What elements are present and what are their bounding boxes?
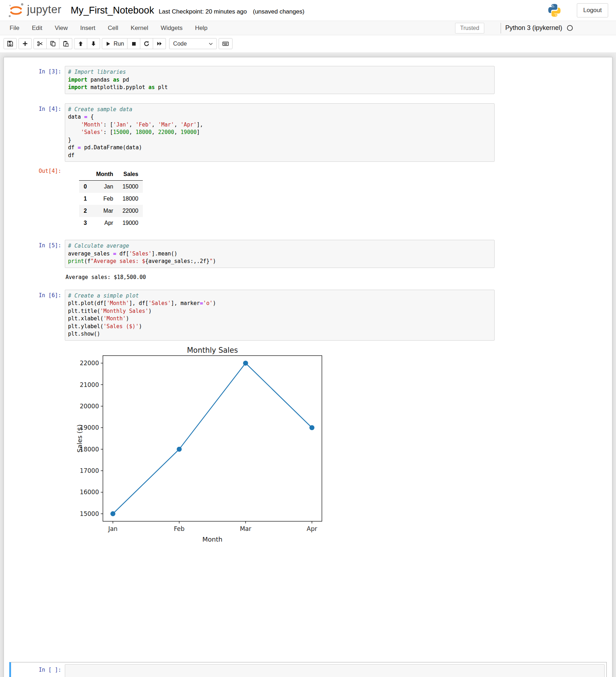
notebook-cell[interactable]: In [4]:# Create sample datadata = { 'Mon…: [9, 101, 497, 233]
jupyter-logo-icon: [8, 2, 24, 19]
df-index-cell: 1: [79, 193, 92, 205]
stop-icon: [131, 41, 137, 47]
run-label: Run: [114, 41, 124, 47]
svg-text:22000: 22000: [80, 360, 99, 367]
df-cell: 19000: [118, 217, 143, 229]
code-input[interactable]: # Create a simple plotplt.plot(df['Month…: [65, 290, 495, 341]
notebook-cell[interactable]: In [ ]:: [9, 662, 607, 677]
kernel-name: Python 3 (ipykernel): [505, 24, 562, 32]
notebook-cell[interactable]: In [5]:# Calculate averageaverage_sales …: [9, 238, 497, 283]
save-icon: [7, 41, 13, 47]
menu-widgets[interactable]: Widgets: [161, 25, 182, 32]
code-line: import pandas as pd: [68, 76, 491, 84]
df-index-cell: 0: [79, 181, 92, 193]
code-line: 'Month': ['Jan', 'Feb', 'Mar', 'Apr'],: [68, 121, 491, 129]
save-button[interactable]: [4, 38, 17, 49]
df-cell: Feb: [92, 193, 118, 205]
command-palette-button[interactable]: [219, 38, 233, 49]
run-button[interactable]: Run: [102, 38, 127, 49]
cell-type-value: Code: [173, 41, 187, 47]
code-input[interactable]: # Import librariesimport pandas as pdimp…: [65, 66, 495, 94]
code-line: plt.plot(df['Month'], df['Sales'], marke…: [68, 300, 491, 308]
cut-cells-button[interactable]: [33, 38, 47, 49]
code-line: [68, 668, 601, 676]
add-cell-button[interactable]: [19, 38, 32, 49]
stdout-text: Average sales: $18,500.00: [65, 272, 495, 280]
df-cell: Mar: [92, 205, 118, 217]
menu-edit[interactable]: Edit: [32, 25, 42, 32]
df-cell: Jan: [92, 181, 118, 193]
cell-type-select[interactable]: Code: [169, 38, 217, 49]
chevron-down-icon: [208, 41, 214, 47]
code-input[interactable]: # Calculate averageaverage_sales = df['S…: [65, 240, 495, 268]
code-line: print(f"Average sales: ${average_sales:,…: [68, 258, 491, 265]
notebook-background: In [3]:# Import librariesimport pandas a…: [0, 52, 616, 677]
code-line: data = {: [68, 113, 491, 121]
menu-help[interactable]: Help: [195, 25, 208, 32]
code-input[interactable]: [65, 664, 605, 677]
input-prompt: In [5]:: [11, 240, 65, 268]
output-prompt: [11, 272, 65, 280]
svg-text:17000: 17000: [80, 467, 99, 474]
paste-cells-button[interactable]: [59, 38, 72, 49]
code-line: plt.show(): [68, 330, 491, 338]
code-line: # Create a simple plot: [68, 292, 491, 300]
notebook-cell[interactable]: In [6]:# Create a simple plotplt.plot(df…: [9, 288, 497, 548]
restart-run-all-button[interactable]: [153, 38, 166, 49]
input-prompt: In [6]:: [11, 290, 65, 341]
svg-text:Jan: Jan: [108, 525, 118, 532]
restart-kernel-button[interactable]: [140, 38, 153, 49]
code-line: }: [68, 136, 491, 144]
df-cell: 18000: [118, 193, 143, 205]
fast-forward-icon: [156, 41, 162, 47]
move-cell-up-button[interactable]: [74, 38, 87, 49]
output-prompt: [11, 344, 65, 546]
dataframe-table: MonthSales0Jan150001Feb180002Mar220003Ap…: [79, 168, 143, 229]
code-input[interactable]: # Create sample datadata = { 'Month': ['…: [65, 103, 495, 162]
svg-text:21000: 21000: [80, 381, 99, 388]
menu-cell[interactable]: Cell: [108, 25, 118, 32]
code-line: import matplotlib.pyplot as plt: [68, 84, 491, 92]
df-col-header: Sales: [118, 168, 143, 181]
svg-text:20000: 20000: [80, 402, 99, 409]
df-index-cell: 3: [79, 217, 92, 229]
copy-cells-button[interactable]: [47, 38, 59, 49]
notebook-cell[interactable]: In [3]:# Import librariesimport pandas a…: [9, 64, 497, 96]
menu-insert[interactable]: Insert: [80, 25, 95, 32]
cell-list: In [3]:# Import librariesimport pandas a…: [4, 64, 612, 677]
notebook-title[interactable]: My_First_Notebook: [71, 5, 154, 16]
move-up-icon: [78, 41, 84, 47]
svg-text:Monthly Sales: Monthly Sales: [187, 346, 238, 355]
df-index-header: [79, 168, 92, 181]
code-line: df: [68, 152, 491, 160]
svg-text:Month: Month: [202, 536, 222, 543]
restart-icon: [143, 41, 150, 47]
input-prompt: In [ ]:: [11, 664, 65, 677]
cut-icon: [37, 41, 43, 47]
toolbar: Run Code: [0, 35, 616, 52]
interrupt-kernel-button[interactable]: [127, 38, 140, 49]
code-line: # Import libraries: [68, 68, 491, 76]
svg-text:15000: 15000: [80, 510, 99, 517]
code-line: average_sales = df['Sales'].mean(): [68, 250, 491, 258]
df-row: 3Apr19000: [79, 217, 143, 229]
notebook-header: jupyter My_First_Notebook Last Checkpoin…: [0, 0, 616, 21]
input-prompt: In [3]:: [11, 66, 65, 94]
df-cell: 15000: [118, 181, 143, 193]
svg-text:Apr: Apr: [307, 525, 317, 532]
df-row: 1Feb18000: [79, 193, 143, 205]
code-line: plt.title('Monthly Sales'): [68, 308, 491, 315]
trusted-button[interactable]: Trusted: [455, 23, 484, 33]
kernel-divider: [501, 23, 501, 33]
menu-view[interactable]: View: [55, 25, 68, 32]
code-line: # Calculate average: [68, 242, 491, 250]
logout-button[interactable]: Logout: [577, 3, 608, 17]
svg-text:16000: 16000: [80, 489, 99, 496]
paste-icon: [63, 41, 69, 47]
jupyter-logo[interactable]: jupyter: [8, 2, 62, 19]
menu-file[interactable]: File: [10, 25, 19, 32]
code-line: plt.ylabel('Sales ($)'): [68, 323, 491, 331]
move-cell-down-button[interactable]: [87, 38, 100, 49]
cell-output: Average sales: $18,500.00: [65, 272, 495, 280]
menu-kernel[interactable]: Kernel: [131, 25, 148, 32]
